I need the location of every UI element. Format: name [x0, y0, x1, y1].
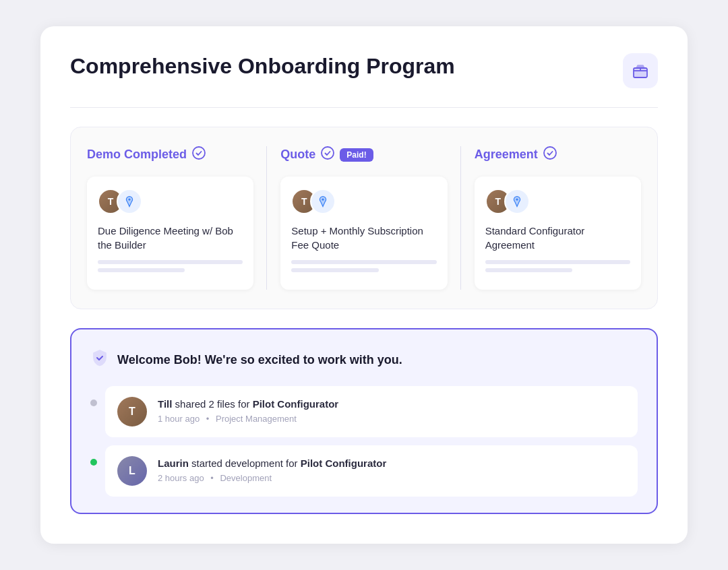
- svg-point-2: [193, 147, 205, 159]
- activity-item-till[interactable]: T Till shared 2 files for Pilot Configur…: [105, 386, 638, 437]
- column-quote-header: Quote Paid!: [280, 146, 447, 163]
- svg-point-3: [128, 198, 130, 200]
- activity-item-laurin[interactable]: L Laurin started development for Pilot C…: [105, 445, 638, 497]
- page-title: Comprehensive Onboarding Program: [70, 53, 455, 79]
- activities-list: T Till shared 2 files for Pilot Configur…: [90, 386, 638, 497]
- columns-section: Demo Completed T Due Diligence Meeting w…: [70, 127, 658, 309]
- demo-task-line-2: [98, 268, 185, 272]
- till-avatar: T: [117, 397, 147, 426]
- svg-point-6: [544, 147, 556, 159]
- quote-task-line-2: [291, 268, 378, 272]
- demo-check-icon: [192, 146, 206, 163]
- agreement-task-line-1: [485, 260, 630, 264]
- laurin-avatar: L: [117, 456, 147, 486]
- column-agreement: Agreement T Standard Configurator Agreem…: [461, 146, 641, 290]
- quote-task-avatars: T: [291, 189, 436, 214]
- column-demo-header: Demo Completed: [87, 146, 253, 163]
- box-icon: [631, 61, 650, 80]
- column-demo: Demo Completed T Due Diligence Meeting w…: [87, 146, 267, 290]
- laurin-dot-indicator: [90, 459, 97, 466]
- quote-task-line-1: [291, 260, 436, 264]
- demo-task-line-1: [98, 260, 243, 264]
- quote-avatar-icon: [310, 189, 336, 214]
- column-agreement-header: Agreement: [475, 146, 641, 163]
- header: Comprehensive Onboarding Program: [70, 53, 658, 88]
- column-quote: Quote Paid! T Setup + Monthly Subscripti…: [267, 146, 460, 290]
- laurin-activity-text: Laurin started development for Pilot Con…: [158, 456, 626, 470]
- demo-task-card: T Due Diligence Meeting w/ Bob the Build…: [87, 177, 253, 290]
- quote-check-icon: [321, 146, 334, 163]
- header-icon-button[interactable]: [623, 53, 658, 88]
- till-activity-text: Till shared 2 files for Pilot Configurat…: [158, 397, 626, 411]
- laurin-category: Development: [220, 473, 272, 483]
- till-meta: 1 hour ago • Project Management: [158, 414, 626, 424]
- till-dot-indicator: [90, 400, 97, 406]
- laurin-sep: •: [210, 473, 214, 483]
- laurin-time: 2 hours ago: [158, 473, 204, 483]
- agreement-task-line-2: [485, 268, 572, 272]
- svg-point-4: [322, 147, 334, 159]
- column-agreement-title: Agreement: [475, 148, 538, 162]
- main-card: Comprehensive Onboarding Program Demo Co…: [40, 26, 688, 544]
- agreement-avatar-icon: [504, 189, 530, 214]
- shield-icon: [90, 348, 109, 371]
- welcome-header: Welcome Bob! We're so excited to work wi…: [90, 348, 638, 371]
- welcome-section: Welcome Bob! We're so excited to work wi…: [70, 328, 658, 514]
- demo-task-title: Due Diligence Meeting w/ Bob the Builder: [98, 224, 243, 252]
- agreement-task-title: Standard Configurator Agreement: [485, 224, 630, 252]
- till-time: 1 hour ago: [158, 414, 200, 424]
- paid-badge: Paid!: [340, 148, 373, 162]
- laurin-meta: 2 hours ago • Development: [158, 473, 626, 483]
- agreement-check-icon: [543, 146, 557, 163]
- quote-task-card: T Setup + Monthly Subscription Fee Quote: [280, 177, 447, 290]
- column-demo-title: Demo Completed: [87, 148, 187, 162]
- header-divider: [70, 107, 658, 108]
- demo-avatar-icon: [117, 189, 142, 214]
- agreement-task-card: T Standard Configurator Agreement: [475, 177, 641, 290]
- till-activity-content: Till shared 2 files for Pilot Configurat…: [158, 397, 626, 424]
- svg-point-5: [322, 198, 324, 200]
- quote-task-title: Setup + Monthly Subscription Fee Quote: [291, 224, 436, 252]
- till-sep: •: [206, 414, 210, 424]
- agreement-task-avatars: T: [485, 189, 630, 214]
- column-quote-title: Quote: [280, 148, 315, 162]
- till-category: Project Management: [216, 414, 297, 424]
- welcome-title: Welcome Bob! We're so excited to work wi…: [117, 353, 402, 367]
- laurin-activity-content: Laurin started development for Pilot Con…: [158, 456, 626, 483]
- demo-task-avatars: T: [98, 189, 243, 214]
- svg-point-7: [516, 198, 518, 200]
